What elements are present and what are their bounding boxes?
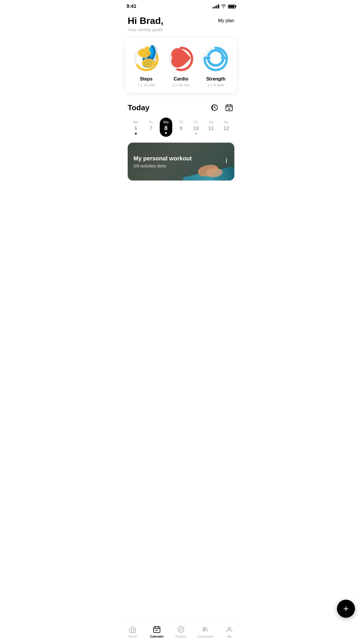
cardio-icon	[167, 44, 195, 74]
day-dot-monday	[135, 133, 137, 134]
day-saturday[interactable]: Sa 11	[204, 120, 218, 134]
svg-line-17	[215, 108, 216, 108]
today-actions	[209, 102, 234, 113]
status-icons	[213, 4, 236, 9]
day-dot-thursday	[180, 133, 182, 134]
day-dot-sunday	[225, 133, 227, 134]
day-sunday[interactable]: Su 12	[219, 120, 233, 134]
day-dot-saturday	[210, 133, 212, 134]
cardio-ring	[167, 45, 195, 73]
history-icon	[210, 104, 219, 112]
today-header: Today	[128, 102, 234, 113]
workout-title: My personal workout	[133, 155, 229, 162]
day-thursday[interactable]: Th 9	[174, 120, 188, 134]
day-tuesday[interactable]: Tu 7	[144, 120, 158, 134]
strength-ring	[202, 45, 230, 73]
header-left: Hi Brad, Your weekly goals	[128, 16, 164, 32]
svg-point-24	[226, 158, 227, 160]
steps-icon-emoji	[132, 44, 160, 74]
history-button[interactable]	[209, 102, 220, 113]
day-dot-wednesday	[165, 132, 167, 134]
steps-ring: 👟	[132, 45, 160, 73]
svg-point-7	[138, 49, 151, 58]
cardio-value: 3 x 20 min	[172, 83, 190, 87]
goal-cardio[interactable]: Cardio 3 x 20 min	[167, 45, 195, 87]
calendar-add-button[interactable]	[224, 102, 234, 113]
day-friday[interactable]: Fr 10	[189, 120, 203, 134]
goal-strength[interactable]: Strength 2 x 8 sets	[202, 45, 230, 87]
steps-value: 7 x 10.000	[137, 83, 155, 87]
greeting-text: Hi Brad,	[128, 16, 164, 26]
workout-subtitle: 0/8 activities done	[133, 164, 229, 168]
day-monday[interactable]: Mo 6	[129, 120, 143, 134]
subtitle-text: Your weekly goals	[128, 27, 164, 32]
battery-icon	[228, 5, 236, 8]
steps-label: Steps	[140, 76, 153, 82]
signal-icon	[213, 4, 219, 8]
goals-card: 👟 Steps 7 x 10.000	[125, 38, 237, 93]
today-title: Today	[128, 103, 150, 112]
my-plan-button[interactable]: My plan	[218, 18, 234, 23]
cardio-label: Cardio	[174, 76, 189, 82]
status-time: 9:41	[126, 4, 136, 9]
goal-steps[interactable]: 👟 Steps 7 x 10.000	[132, 45, 160, 87]
workout-content: My personal workout 0/8 activities done	[128, 143, 234, 181]
week-calendar: Mo 6 Tu 7 We 8 Th 9	[128, 118, 234, 137]
strength-label: Strength	[206, 76, 225, 82]
svg-point-25	[226, 160, 227, 161]
day-wednesday[interactable]: We 8	[159, 118, 173, 137]
strength-value: 2 x 8 sets	[208, 83, 224, 87]
day-dot-tuesday	[150, 133, 152, 134]
workout-menu-button[interactable]	[223, 158, 230, 166]
svg-point-6	[142, 59, 155, 68]
calendar-add-icon	[225, 104, 233, 112]
status-bar: 9:41	[121, 0, 241, 11]
svg-point-26	[226, 162, 227, 163]
workout-card[interactable]: My personal workout 0/8 activities done	[128, 143, 234, 181]
wifi-icon	[221, 4, 226, 9]
strength-icon	[202, 44, 230, 74]
today-section: Today	[121, 97, 241, 188]
header: Hi Brad, Your weekly goals My plan	[121, 11, 241, 34]
day-dot-friday	[195, 133, 197, 134]
